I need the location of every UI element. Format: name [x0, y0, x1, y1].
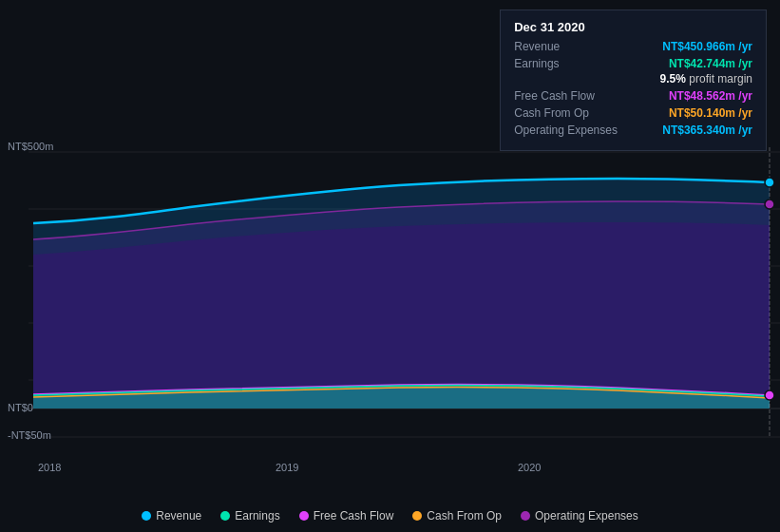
tooltip-label-fcf: Free Cash Flow [514, 89, 609, 103]
tooltip-label-earnings: Earnings [514, 57, 609, 70]
legend-dot-opex [521, 511, 530, 521]
tooltip-value-revenue: NT$450.966m /yr [662, 40, 752, 53]
legend-label-revenue: Revenue [156, 509, 201, 522]
tooltip-panel: Dec 31 2020 Revenue NT$450.966m /yr Earn… [500, 10, 767, 151]
tooltip-row-opex: Operating Expenses NT$365.340m /yr [514, 124, 752, 137]
legend-label-opex: Operating Expenses [535, 509, 638, 522]
tooltip-value-opex: NT$365.340m /yr [662, 124, 752, 137]
x-label-2020: 2020 [518, 462, 541, 473]
y-label-neg50m: -NT$50m [8, 429, 51, 441]
tooltip-value-fcf: NT$48.562m /yr [669, 89, 752, 103]
svg-point-9 [765, 178, 774, 187]
chart-legend: Revenue Earnings Free Cash Flow Cash Fro… [0, 509, 780, 522]
legend-item-fcf[interactable]: Free Cash Flow [299, 509, 394, 522]
svg-point-11 [765, 390, 774, 400]
legend-item-earnings[interactable]: Earnings [220, 509, 279, 522]
tooltip-row-cashop: Cash From Op NT$50.140m /yr [514, 106, 752, 120]
tooltip-row-revenue: Revenue NT$450.966m /yr [514, 40, 752, 53]
legend-dot-cashop [412, 511, 422, 521]
x-label-2019: 2019 [276, 462, 298, 473]
svg-point-10 [765, 200, 774, 209]
tooltip-value-earnings: NT$42.744m /yr [669, 57, 752, 70]
tooltip-row-earnings: Earnings NT$42.744m /yr [514, 57, 752, 70]
tooltip-label-opex: Operating Expenses [514, 124, 618, 137]
tooltip-value-cashop: NT$50.140m /yr [669, 106, 752, 120]
legend-dot-fcf [299, 511, 309, 521]
tooltip-row-fcf: Free Cash Flow NT$48.562m /yr [514, 89, 752, 103]
legend-item-revenue[interactable]: Revenue [142, 509, 201, 522]
tooltip-margin: 9.5% profit margin [514, 72, 752, 86]
legend-item-opex[interactable]: Operating Expenses [521, 509, 638, 522]
legend-dot-earnings [220, 511, 230, 521]
tooltip-date: Dec 31 2020 [514, 20, 752, 34]
tooltip-label-revenue: Revenue [514, 40, 609, 53]
legend-label-cashop: Cash From Op [427, 509, 502, 522]
legend-label-fcf: Free Cash Flow [314, 509, 394, 522]
y-label-500m: NT$500m [8, 141, 53, 152]
legend-label-earnings: Earnings [235, 509, 279, 522]
tooltip-label-cashop: Cash From Op [514, 106, 609, 120]
x-label-2018: 2018 [38, 462, 61, 473]
y-label-0: NT$0 [8, 402, 33, 413]
legend-item-cashop[interactable]: Cash From Op [412, 509, 502, 522]
legend-dot-revenue [142, 511, 151, 521]
